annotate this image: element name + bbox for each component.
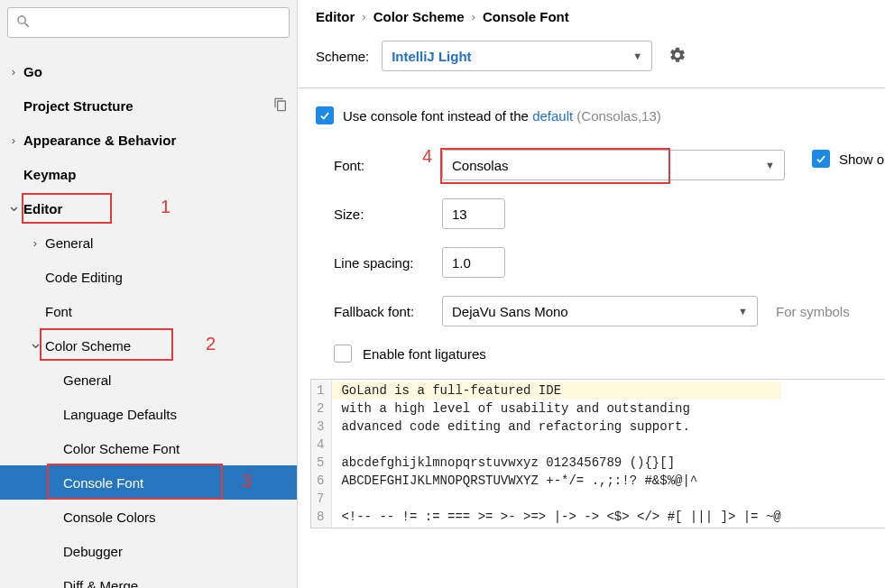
breadcrumb-item[interactable]: Color Scheme: [373, 9, 465, 24]
line-spacing-input[interactable]: 1.0: [442, 247, 505, 278]
chevron-right-icon: ›: [362, 10, 365, 23]
sidebar-item-label: Language Defaults: [63, 407, 288, 422]
scheme-gear-button[interactable]: [665, 43, 690, 69]
search-input[interactable]: [37, 15, 281, 31]
settings-sidebar: ›Go›Project Structure›Appearance & Behav…: [0, 0, 298, 588]
sidebar-item-diff-merge[interactable]: ›Diff & Merge: [0, 568, 297, 588]
chevron-down-icon: ⌄: [29, 338, 41, 347]
main-panel: Editor › Color Scheme › Console Font Sch…: [298, 0, 885, 588]
sidebar-item-project-structure[interactable]: ›Project Structure: [0, 88, 297, 123]
sidebar-item-general[interactable]: ›General: [0, 363, 297, 397]
search-input-wrapper[interactable]: [7, 7, 290, 38]
chevron-down-icon: ⌄: [7, 201, 20, 210]
sidebar-item-label: General: [45, 235, 288, 251]
sidebar-item-label: Console Colors: [63, 510, 288, 525]
settings-tree: ›Go›Project Structure›Appearance & Behav…: [0, 45, 297, 588]
chevron-down-icon: ▼: [765, 160, 775, 170]
sidebar-item-font[interactable]: ›Font: [0, 294, 297, 328]
scheme-select[interactable]: IntelliJ Light ▼: [382, 41, 652, 71]
sidebar-item-label: Keymap: [23, 167, 288, 182]
show-monospaced-label: Show o: [839, 152, 884, 167]
scheme-label: Scheme:: [316, 49, 369, 64]
breadcrumb-item[interactable]: Editor: [316, 9, 355, 24]
chevron-right-icon: ›: [7, 133, 20, 147]
chevron-down-icon: ▼: [632, 51, 642, 61]
chevron-down-icon: ▼: [738, 306, 748, 317]
chevron-right-icon: ›: [29, 236, 41, 250]
font-preview: 12345678 GoLand is a full-featured IDEwi…: [310, 379, 885, 528]
sidebar-item-code-editing[interactable]: ›Code Editing: [0, 260, 297, 294]
sidebar-item-general[interactable]: ›General: [0, 225, 297, 260]
ligatures-label: Enable font ligatures: [363, 346, 486, 362]
sidebar-item-label: Go: [23, 64, 288, 79]
font-value: Consolas: [452, 158, 509, 173]
ligatures-checkbox[interactable]: [334, 345, 352, 363]
sidebar-item-label: Font: [45, 304, 288, 319]
sidebar-item-appearance-behavior[interactable]: ›Appearance & Behavior: [0, 123, 297, 157]
sidebar-item-label: Debugger: [63, 544, 288, 559]
sidebar-item-label: Project Structure: [23, 98, 273, 114]
sidebar-item-console-font[interactable]: ›Console Font3: [0, 465, 297, 500]
line-spacing-label: Line spacing:: [334, 255, 442, 271]
sidebar-item-label: Color Scheme: [45, 338, 288, 354]
scheme-value: IntelliJ Light: [392, 49, 471, 64]
sidebar-item-keymap[interactable]: ›Keymap: [0, 157, 297, 191]
preview-code: GoLand is a full-featured IDEwith a high…: [332, 380, 786, 528]
chevron-right-icon: ›: [472, 10, 475, 23]
fallback-font-select[interactable]: DejaVu Sans Mono ▼: [442, 296, 758, 326]
gear-icon: [668, 46, 687, 67]
sidebar-item-console-colors[interactable]: ›Console Colors: [0, 500, 297, 534]
sidebar-item-language-defaults[interactable]: ›Language Defaults: [0, 397, 297, 431]
breadcrumb: Editor › Color Scheme › Console Font: [298, 0, 885, 41]
sidebar-item-debugger[interactable]: ›Debugger: [0, 534, 297, 568]
breadcrumb-item[interactable]: Console Font: [483, 9, 569, 24]
sidebar-item-label: General: [63, 372, 288, 388]
sidebar-item-editor[interactable]: ⌄Editor1: [0, 191, 297, 225]
size-input[interactable]: 13: [442, 198, 505, 229]
default-link[interactable]: default: [532, 108, 573, 124]
preview-gutter: 12345678: [311, 380, 332, 528]
font-select[interactable]: Consolas ▼: [442, 150, 785, 180]
fallback-hint: For symbols: [776, 304, 850, 319]
sidebar-item-label: Color Scheme Font: [63, 441, 288, 456]
sidebar-item-label: Console Font: [63, 475, 288, 491]
search-icon: [15, 14, 32, 32]
sidebar-item-go[interactable]: ›Go: [0, 54, 297, 88]
fallback-font-value: DejaVu Sans Mono: [452, 304, 568, 319]
use-console-font-label: Use console font instead of the default …: [343, 108, 661, 124]
font-label: Font:: [334, 158, 442, 173]
sidebar-item-color-scheme[interactable]: ⌄Color Scheme2: [0, 328, 297, 363]
chevron-right-icon: ›: [7, 65, 20, 78]
sidebar-item-color-scheme-font[interactable]: ›Color Scheme Font: [0, 431, 297, 465]
sidebar-item-label: Code Editing: [45, 270, 288, 285]
show-monospaced-checkbox[interactable]: [812, 150, 830, 168]
sidebar-item-label: Diff & Merge: [63, 578, 288, 589]
sidebar-item-label: Editor: [23, 201, 288, 216]
fallback-label: Fallback font:: [334, 304, 442, 319]
size-label: Size:: [334, 207, 442, 222]
use-console-font-checkbox[interactable]: [316, 106, 334, 124]
copy-icon[interactable]: [273, 97, 288, 115]
sidebar-item-label: Appearance & Behavior: [23, 133, 288, 148]
